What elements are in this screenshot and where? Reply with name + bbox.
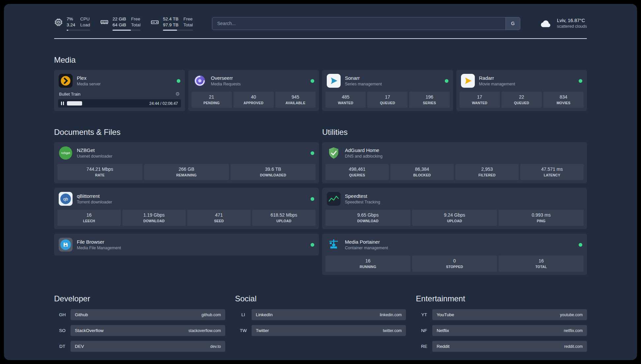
stat-seed: 471 SEED xyxy=(187,210,251,226)
seek-fill xyxy=(67,101,82,106)
radarr-link[interactable]: Radarr Movie management xyxy=(460,73,584,88)
stat-wanted: 17 WANTED xyxy=(460,92,500,108)
memory-icon xyxy=(100,18,109,27)
memory-free-label: Free xyxy=(131,16,141,22)
pause-icon[interactable] xyxy=(61,102,64,105)
search-bar: G xyxy=(212,17,520,30)
bookmark-reddit[interactable]: RE Reddit reddit.com xyxy=(416,341,587,352)
service-name: Speedtest xyxy=(345,193,380,199)
bookmark-group-social: Social LI LinkedIn linkedin.com TW Twitt… xyxy=(235,294,406,357)
cpu-icon xyxy=(54,18,63,27)
portainer-link[interactable]: Media Portainer Container management xyxy=(325,237,584,252)
filebrowser-link[interactable]: File Browser Media File Management xyxy=(57,237,316,252)
service-description: Media File Management xyxy=(77,245,121,251)
stat-upload: 9.24 Gbps UPLOAD xyxy=(412,210,497,226)
cloud-icon xyxy=(539,18,553,29)
stat-movies: 834 MOVIES xyxy=(543,92,584,108)
service-name: Sonarr xyxy=(345,75,382,81)
status-dot xyxy=(311,243,314,247)
bookmark-domain: stackoverflow.com xyxy=(189,328,221,333)
section-title-documents: Documents & Files xyxy=(54,128,319,137)
stat-queued: 17 QUEUED xyxy=(367,92,408,108)
sonarr-link[interactable]: Sonarr Series management xyxy=(325,73,450,88)
service-description: Usenet downloader xyxy=(77,154,112,159)
disk-total-label: Total xyxy=(183,22,193,28)
bookmark-domain: dev.to xyxy=(210,344,221,349)
memory-total-value: 64 GiB xyxy=(112,22,126,28)
bookmark-abbr: LI xyxy=(235,309,252,320)
media-grid: Plex Media server Bullet Train ⚙ 24:44 /… xyxy=(54,70,587,111)
stat-latency: 47.571 ms LATENCY xyxy=(520,164,584,180)
service-description: Series management xyxy=(345,81,382,87)
qbittorrent-icon: qb xyxy=(59,192,73,206)
bookmark-abbr: SO xyxy=(54,325,71,336)
bookmark-netflix[interactable]: NF Netflix netflix.com xyxy=(416,325,587,336)
service-name: qBittorrent xyxy=(77,193,112,199)
portainer-card: Media Portainer Container management 16 … xyxy=(322,234,587,275)
service-name: Plex xyxy=(77,75,101,81)
nzbget-card: nzbget NZBGet Usenet downloader 744.21 M… xyxy=(54,142,319,183)
filebrowser-icon xyxy=(59,238,73,252)
stat-stopped: 0 STOPPED xyxy=(412,256,497,272)
service-description: Media server xyxy=(77,81,101,87)
top-bar: 7% 3.24 CPU Load xyxy=(54,15,587,32)
bookmark-twitter[interactable]: TW Twitter twitter.com xyxy=(235,325,406,336)
nzbget-icon: nzbget xyxy=(59,146,73,160)
adguard-card: AdGuard Home DNS and adblocking 498,461 … xyxy=(322,142,587,183)
disk-widget: 52.4 TB 97.9 TB Free Total xyxy=(150,16,193,31)
speedtest-icon xyxy=(327,192,341,206)
adguard-link[interactable]: AdGuard Home DNS and adblocking xyxy=(325,145,584,161)
stat-queued: 22 QUEUED xyxy=(502,92,542,108)
bookmark-domain: linkedin.com xyxy=(380,313,402,317)
bookmark-name: LinkedIn xyxy=(256,312,273,317)
adguard-icon xyxy=(327,146,341,160)
stat-upload: 618.52 Mbps UPLOAD xyxy=(252,210,316,226)
cpu-load-value: 3.24 xyxy=(67,22,75,28)
service-name: AdGuard Home xyxy=(345,147,382,154)
bookmark-abbr: RE xyxy=(416,341,432,352)
status-dot xyxy=(311,197,314,201)
topbar-divider xyxy=(54,38,587,39)
qbittorrent-link[interactable]: qb qBittorrent Torrent downloader xyxy=(57,191,316,206)
bookmark-name: Reddit xyxy=(437,344,449,349)
plex-card: Plex Media server Bullet Train ⚙ 24:44 /… xyxy=(54,70,185,111)
bookmark-abbr: DT xyxy=(54,341,71,352)
bookmark-github[interactable]: GH Github github.com xyxy=(54,309,225,320)
gear-icon[interactable]: ⚙ xyxy=(175,91,180,97)
cpu-progress-fill xyxy=(67,30,68,31)
bookmark-stackoverflow[interactable]: SO StackOverflow stackoverflow.com xyxy=(54,325,225,336)
bookmark-linkedin[interactable]: LI LinkedIn linkedin.com xyxy=(235,309,406,320)
nzbget-link[interactable]: nzbget NZBGet Usenet downloader xyxy=(57,145,316,161)
dashboard: 7% 3.24 CPU Load xyxy=(4,4,637,360)
overseerr-icon xyxy=(193,74,207,88)
section-title-utilities: Utilities xyxy=(322,128,587,137)
speedtest-link[interactable]: Speedtest Speedtest Tracking xyxy=(325,191,584,206)
player-progress: 24:44 / 02:06:47 xyxy=(58,99,181,107)
status-dot xyxy=(579,243,582,247)
stat-downloaded: 39.6 TB DOWNLOADED xyxy=(230,164,316,180)
status-dot xyxy=(177,79,180,83)
bookmark-dev[interactable]: DT DEV dev.to xyxy=(54,341,225,352)
bookmarks: Developer GH Github github.com SO StackO… xyxy=(54,294,587,357)
stat-download: 9.65 Gbps DOWNLOAD xyxy=(325,210,411,226)
disk-progress-fill xyxy=(163,30,177,31)
stat-series: 196 SERIES xyxy=(409,92,449,108)
search-provider-button[interactable]: G xyxy=(505,17,520,30)
bookmark-youtube[interactable]: YT YouTube youtube.com xyxy=(416,309,587,320)
bookmark-domain: reddit.com xyxy=(564,344,583,349)
disk-free-label: Free xyxy=(183,16,193,22)
search-input[interactable] xyxy=(212,17,505,30)
overseerr-link[interactable]: Overseerr Media Requests xyxy=(192,73,316,88)
cpu-progress-bar xyxy=(67,30,90,31)
plex-link[interactable]: Plex Media server xyxy=(57,73,182,88)
stat-blocked: 86,384 BLOCKED xyxy=(390,164,454,180)
stat-wanted: 485 WANTED xyxy=(325,92,366,108)
stat-pending: 21 PENDING xyxy=(192,92,232,108)
service-name: Overseerr xyxy=(211,75,241,81)
weather-location: Lviv, 16.87°C xyxy=(557,17,587,24)
seek-bar[interactable] xyxy=(67,101,146,106)
sonarr-card: Sonarr Series management 485 WANTED 17 Q… xyxy=(322,70,453,111)
cpu-usage-value: 7% xyxy=(67,16,75,22)
service-description: Media Requests xyxy=(211,81,241,87)
bookmark-name: Netflix xyxy=(437,328,449,333)
